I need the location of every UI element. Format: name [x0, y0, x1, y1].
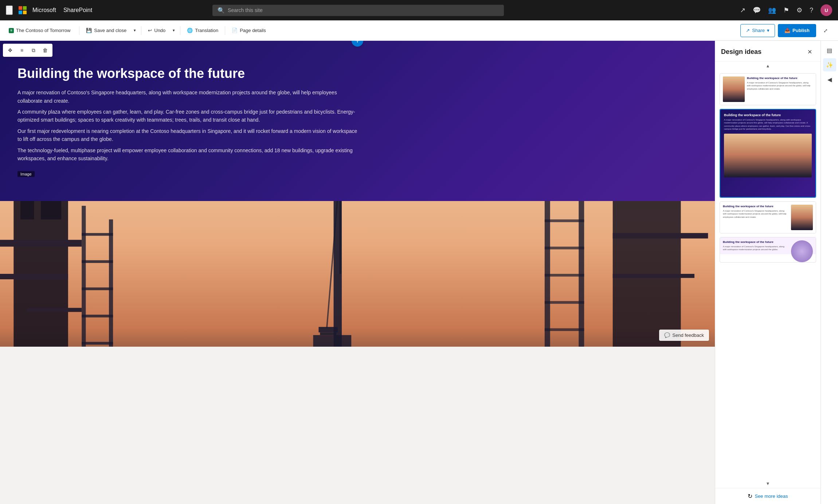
translation-button[interactable]: 🌐 Translation [183, 24, 222, 37]
design-card-1-body: A major renovation of Contoso's Singapor… [747, 81, 813, 90]
hero-image-container: 💬 Send feedback [0, 201, 715, 347]
panel-title: Design ideas [721, 48, 761, 56]
far-right-collapse-btn[interactable]: ◀ [823, 73, 836, 86]
design-ideas-panel: Design ideas ✕ ▲ Building the workspace … [715, 41, 821, 504]
undo-chevron[interactable]: ▾ [171, 24, 177, 37]
far-right-toolbar: ▤ ✨ ◀ [821, 41, 838, 504]
divider-3 [180, 26, 180, 35]
design-card-2-title: Building the workspace of the future [724, 113, 812, 117]
svg-rect-32 [613, 233, 708, 239]
far-right-layout-btn[interactable]: ▤ [823, 44, 836, 57]
publish-button[interactable]: 📤 Publish [778, 24, 816, 37]
undo-label: Undo [154, 28, 165, 33]
translate-icon: 🌐 [187, 28, 193, 33]
ms-logo-red [19, 6, 22, 10]
panel-close-button[interactable]: ✕ [804, 47, 815, 57]
move-tool-button[interactable]: ✥ [5, 45, 15, 55]
share-button[interactable]: ↗ Share ▾ [740, 24, 775, 37]
editor-canvas: + ✥ ≡ ⧉ 🗑 Building the workspace of the … [0, 41, 715, 347]
help-icon[interactable]: ? [810, 7, 813, 14]
hero-para1: A major renovation of Contoso's Singapor… [17, 88, 360, 105]
design-card-3-image [791, 205, 813, 230]
image-label: Image [17, 171, 35, 177]
plus-icon: + [355, 41, 360, 45]
hero-image-bg: 💬 Send feedback [0, 201, 715, 347]
hero-para2: A community plaza where employees can ga… [17, 108, 360, 124]
svg-rect-11 [82, 287, 113, 290]
save-close-chevron[interactable]: ▾ [132, 24, 138, 37]
see-more-label: See more ideas [755, 493, 788, 499]
svg-rect-18 [318, 327, 337, 332]
undo-icon: ↩ [148, 28, 152, 33]
svg-rect-3 [41, 201, 61, 220]
search-input[interactable] [228, 7, 499, 13]
far-right-wand-btn[interactable]: ✨ [823, 58, 836, 71]
page-icon: 📄 [232, 28, 238, 33]
design-card-2-layout: Building the workspace of the future A m… [720, 110, 815, 197]
svg-rect-5 [0, 274, 68, 279]
svg-rect-8 [109, 220, 113, 347]
design-card-3[interactable]: Building the workspace of the future A m… [720, 201, 816, 233]
panel-scroll-up[interactable]: ▲ [715, 62, 821, 70]
svg-rect-4 [0, 240, 82, 247]
design-card-2[interactable]: Building the workspace of the future A m… [720, 109, 816, 198]
design-card-4-layout: Building the workspace of the future A m… [720, 237, 816, 254]
undo-button[interactable]: ↩ Undo [144, 24, 169, 37]
feedback-icon: 💬 [664, 332, 670, 338]
design-card-2-image [724, 134, 812, 177]
design-card-1-layout: Building the workspace of the future A m… [720, 74, 816, 105]
design-card-4[interactable]: Building the workspace of the future A m… [720, 237, 816, 263]
ms-logo-blue [19, 11, 22, 14]
settings-icon[interactable]: ⚙ [796, 6, 802, 14]
grid-icon[interactable]: ⊞ [6, 5, 13, 15]
search-box[interactable]: 🔍 [212, 5, 504, 16]
publish-icon: 📤 [784, 28, 790, 33]
people-icon[interactable]: 👥 [768, 6, 776, 14]
minimize-button[interactable]: ⤢ [819, 24, 832, 37]
panel-scroll-down[interactable]: ▼ [715, 479, 821, 488]
svg-rect-12 [82, 315, 113, 317]
design-cards-list[interactable]: Building the workspace of the future A m… [715, 70, 821, 479]
design-card-3-text: Building the workspace of the future A m… [723, 205, 789, 230]
svg-rect-24 [545, 247, 584, 249]
toolbar-brand: S The Contoso of Tomorrow [6, 24, 73, 37]
translation-label: Translation [195, 28, 218, 33]
crane-illustration [0, 201, 715, 347]
send-feedback-label: Send feedback [672, 332, 704, 338]
svg-rect-7 [82, 206, 86, 347]
page-details-label: Page details [240, 28, 266, 33]
design-card-4-image [791, 240, 813, 262]
app-name: SharePoint [63, 7, 92, 13]
editor-area[interactable]: + ✥ ≡ ⧉ 🗑 Building the workspace of the … [0, 41, 715, 504]
hero-section: ✥ ≡ ⧉ 🗑 Building the workspace of the fu… [0, 41, 715, 201]
copy-tool-button[interactable]: ⧉ [28, 45, 39, 55]
toolbar-left: S The Contoso of Tomorrow 💾 Save and clo… [6, 24, 739, 37]
avatar[interactable]: U [821, 4, 832, 16]
delete-tool-button[interactable]: 🗑 [40, 45, 50, 55]
svg-rect-10 [82, 260, 113, 263]
hero-title: Building the workspace of the future [17, 66, 697, 81]
hero-toolbar: ✥ ≡ ⧉ 🗑 [3, 44, 52, 57]
design-card-3-layout: Building the workspace of the future A m… [720, 202, 816, 233]
flag-icon[interactable]: ⚑ [783, 6, 789, 14]
refresh-icon: ↻ [748, 493, 752, 500]
ms-logo-green [23, 6, 27, 10]
svg-rect-2 [20, 201, 34, 220]
hero-para4: The technology-fueled, multiphase projec… [17, 146, 360, 163]
settings-tool-button[interactable]: ≡ [17, 45, 27, 55]
hero-body: A major renovation of Contoso's Singapor… [17, 88, 360, 162]
top-navigation: ⊞ Microsoft SharePoint 🔍 ↗ 💬 👥 ⚑ ⚙ ? U [0, 0, 838, 20]
page-details-button[interactable]: 📄 Page details [228, 24, 270, 37]
send-feedback-button[interactable]: 💬 Send feedback [659, 330, 709, 341]
design-card-1[interactable]: Building the workspace of the future A m… [720, 73, 816, 105]
share-nav-icon[interactable]: ↗ [740, 6, 745, 14]
save-close-button[interactable]: 💾 Save and close [82, 24, 130, 37]
see-more-ideas[interactable]: ↻ See more ideas [715, 488, 821, 504]
design-card-1-image [723, 76, 745, 102]
nav-icons: ↗ 💬 👥 ⚑ ⚙ ? U [740, 4, 832, 16]
share-icon: ↗ [746, 28, 750, 33]
company-name: Microsoft [32, 7, 56, 13]
divider-1 [79, 26, 79, 35]
hero-para3: Our first major redevelopment is nearing… [17, 127, 360, 143]
comment-icon[interactable]: 💬 [753, 6, 761, 14]
